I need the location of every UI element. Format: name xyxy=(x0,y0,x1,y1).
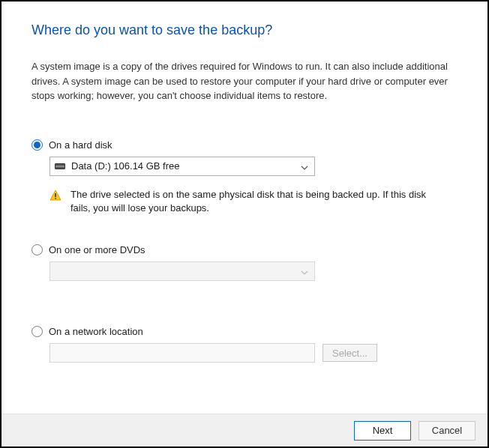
radio-dvd-label: On one or more DVDs xyxy=(49,244,146,255)
hard-disk-selected-value: Data (D:) 106.14 GB free xyxy=(71,160,180,172)
radio-hard-disk[interactable] xyxy=(32,139,43,151)
radio-dvd[interactable] xyxy=(32,244,43,255)
hard-drive-icon xyxy=(55,163,65,169)
option-dvd: On one or more DVDs xyxy=(32,244,458,281)
svg-rect-0 xyxy=(55,193,56,197)
page-title: Where do you want to save the backup? xyxy=(32,22,458,38)
select-network-button[interactable]: Select... xyxy=(322,344,377,362)
radio-hard-disk-label: On a hard disk xyxy=(49,139,112,151)
radio-network[interactable] xyxy=(32,326,43,337)
page-description: A system image is a copy of the drives r… xyxy=(32,59,458,103)
next-button[interactable]: Next xyxy=(354,421,411,441)
dvd-dropdown xyxy=(50,261,315,281)
warning-row: The drive selected is on the same physic… xyxy=(50,188,458,217)
cancel-button[interactable]: Cancel xyxy=(418,421,476,441)
warning-icon xyxy=(50,190,62,202)
chevron-down-icon xyxy=(301,267,308,275)
dialog-footer: Next Cancel xyxy=(2,414,488,447)
radio-network-label: On a network location xyxy=(49,326,143,337)
option-hard-disk: On a hard disk Data (D:) 106.14 GB free … xyxy=(32,139,458,217)
warning-text: The drive selected is on the same physic… xyxy=(70,188,446,217)
chevron-down-icon xyxy=(301,163,308,170)
option-network: On a network location Select... xyxy=(32,326,458,363)
hard-disk-dropdown[interactable]: Data (D:) 106.14 GB free xyxy=(50,157,315,176)
svg-rect-1 xyxy=(55,198,56,199)
dialog-content: Where do you want to save the backup? A … xyxy=(2,1,488,363)
network-path-input xyxy=(50,343,315,363)
